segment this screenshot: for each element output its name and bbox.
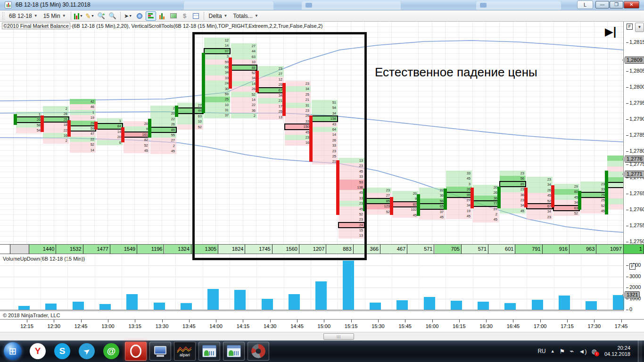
totals-cell: 601 <box>488 245 515 254</box>
open-close-stick <box>417 194 420 216</box>
time-tick <box>216 320 216 322</box>
close-glyph: ✕ <box>629 2 633 7</box>
price-row: 18 <box>43 122 69 127</box>
volume-panel[interactable]: VolumeUpDown(6B 12-18 (15 Min)) <box>0 254 623 311</box>
footprint-bar: 2098210245 <box>392 191 418 218</box>
price-row: 16 <box>43 133 69 138</box>
interval-selector[interactable]: 15 Min▼ <box>41 12 69 20</box>
time-tick <box>594 320 594 322</box>
open-close-stick <box>551 185 554 207</box>
price-label: 1,2780 <box>626 148 644 154</box>
time-axis[interactable]: 12:1512:3012:4513:0013:1513:3013:4514:00… <box>0 319 644 332</box>
restore-button[interactable]: ❐ <box>610 1 623 8</box>
delta-selector[interactable]: Delta▼ <box>206 12 231 20</box>
price-label: 1,2790 <box>626 116 644 122</box>
link-button[interactable]: L <box>577 0 593 9</box>
volume-bar <box>234 290 246 310</box>
open-close-stick <box>578 191 581 210</box>
chart-style-icon[interactable]: ▼ <box>74 11 84 21</box>
price-label: 1,2800 <box>626 84 644 90</box>
highlight-rectangle-annotation[interactable] <box>192 32 367 260</box>
totals-cell: 705 <box>435 245 462 254</box>
volume-vgridline <box>41 254 41 310</box>
grid-table-icon[interactable] <box>191 11 201 21</box>
fixed-scale-button[interactable]: F <box>627 24 633 30</box>
footprint-mode-icon[interactable] <box>146 11 156 21</box>
price-row: 55 <box>150 132 176 138</box>
taskbar-skype-icon[interactable]: S <box>54 343 70 359</box>
zoom-out-icon[interactable]: 🔍 <box>107 11 118 21</box>
price-row: 37 <box>419 209 445 214</box>
price-row: 20 <box>473 185 499 190</box>
volume-bar <box>45 304 57 310</box>
volume-bar <box>396 300 408 310</box>
window-titlebar[interactable]: 6B 12-18 (15 Min) 30.11.2018 L — ❐ ✕ <box>0 0 644 10</box>
language-indicator[interactable]: RU <box>537 348 545 354</box>
scroll-to-end-icon[interactable]: ▶| <box>605 26 616 37</box>
taskbar-alpari-icon[interactable]: alpari <box>174 342 196 361</box>
open-close-stick <box>390 197 393 215</box>
data-box-icon[interactable] <box>134 11 145 21</box>
price-row: 23 <box>500 171 526 176</box>
taskbar-telegram-icon[interactable]: ➤ <box>79 343 95 359</box>
toolbar-grip[interactable] <box>2 12 4 20</box>
blurred-favicon <box>480 3 487 8</box>
area-chart-icon[interactable] <box>168 11 179 21</box>
axis-dropdown-button[interactable]: ▼ <box>635 23 644 32</box>
taskbar-remote-desktop-icon[interactable] <box>149 342 171 361</box>
instrument-selector[interactable]: 6B 12-18▼ <box>6 12 41 20</box>
speaker-icon[interactable]: ◄) <box>578 348 586 355</box>
price-label: 1,2765 <box>626 190 644 196</box>
tray-clock[interactable]: 20:24 04.12.2018 <box>602 345 633 357</box>
footprint-bar: 2202226855527245 <box>150 106 176 154</box>
taskbar-ninjatrader-icon[interactable] <box>248 342 269 361</box>
volume-gridline <box>0 299 623 299</box>
zoom-in-icon[interactable]: 🔍+ <box>96 11 107 21</box>
price-axis[interactable]: F ▼ 1,28151,28051,28001,27951,27901,2785… <box>623 22 644 244</box>
volume-indicator-label: VolumeUpDown(6B 12-18 (15 Min)) <box>3 256 85 262</box>
tray-date: 04.12.2018 <box>604 351 630 357</box>
tray-expand-icon[interactable]: ▲ <box>551 349 555 354</box>
time-tick <box>324 320 324 322</box>
blurred-background-tab <box>302 1 401 10</box>
volume-axis-label: 0 <box>626 306 632 312</box>
volume-vgridline <box>95 254 95 310</box>
volume-vgridline <box>175 254 176 310</box>
minimize-button[interactable]: — <box>595 1 609 8</box>
volume-vgridline <box>581 254 581 310</box>
poc-box <box>580 192 607 198</box>
fixed-scale-button[interactable]: F <box>629 263 636 270</box>
footprint-bar: 33453269527341945 <box>446 171 472 219</box>
volume-axis[interactable]: F 400030002000100001321 <box>623 254 644 311</box>
drawing-tools-icon[interactable]: ✎▼ <box>85 11 95 21</box>
taskbar-opera-icon[interactable] <box>125 342 147 361</box>
totals-selector[interactable]: Totals...▼ <box>231 12 261 20</box>
totals-cell: 1324 <box>165 245 191 254</box>
dollar-icon[interactable]: $ <box>180 11 190 21</box>
close-button[interactable]: ✕ <box>624 1 639 8</box>
network-icon[interactable]: ◍! <box>592 348 597 355</box>
footprint-bar: 233375255245 <box>580 181 606 214</box>
horizontal-scrollbar[interactable]: ||| <box>0 332 644 340</box>
volume-profile-icon[interactable] <box>157 11 167 21</box>
open-close-stick <box>121 127 124 142</box>
action-center-flag-icon[interactable]: ⚑ <box>560 348 565 355</box>
start-button[interactable]: ⊞ <box>4 342 22 360</box>
cursor-icon[interactable]: ➤▼ <box>123 11 133 21</box>
power-plug-icon[interactable]: ⌁ <box>570 347 574 355</box>
footprint-bar: 2356892336233445 <box>500 171 526 214</box>
poc-box <box>607 182 623 188</box>
scrollbar-thumb[interactable]: ||| <box>323 333 354 340</box>
taskbar-trader-window-2-icon[interactable] <box>223 342 245 361</box>
price-row: 20 <box>124 121 149 126</box>
price-row: 6 <box>97 140 123 145</box>
taskbar-mailru-icon[interactable]: @ <box>103 343 119 359</box>
taskbar-trader-window-1-icon[interactable] <box>198 342 220 361</box>
footprint-bar: 298045346352 <box>553 184 579 216</box>
price-row: 20 <box>150 111 176 116</box>
price-row: 22 <box>150 116 176 122</box>
taskbar-yandex-icon[interactable]: Y <box>30 343 46 359</box>
show-desktop-button[interactable] <box>638 340 642 362</box>
time-label: 15:45 <box>398 323 412 329</box>
totals-cell: 1 <box>624 245 644 254</box>
